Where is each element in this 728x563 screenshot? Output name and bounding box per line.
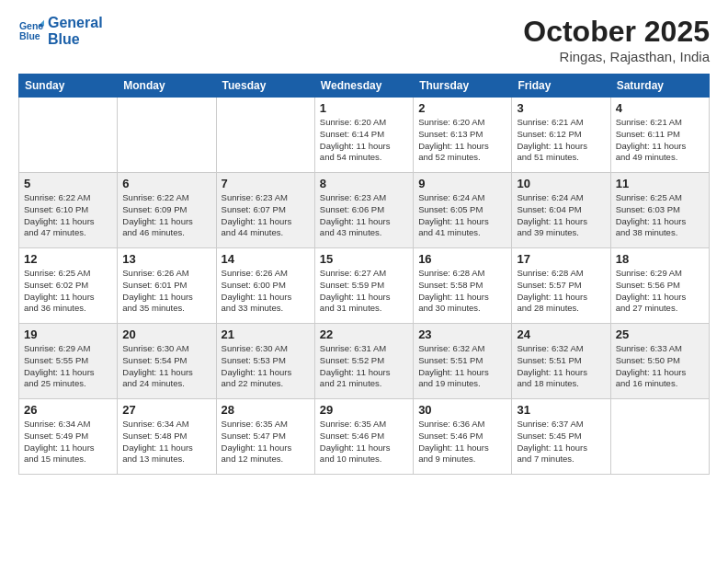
col-header-monday: Monday	[118, 75, 216, 98]
calendar-page: General Blue General Blue October 2025 R…	[0, 0, 728, 563]
calendar-day-12: 12Sunrise: 6:25 AM Sunset: 6:02 PM Dayli…	[19, 248, 118, 324]
day-number: 16	[418, 252, 506, 266]
day-number: 4	[616, 101, 704, 115]
day-info: Sunrise: 6:27 AM Sunset: 5:59 PM Dayligh…	[320, 268, 408, 315]
day-info: Sunrise: 6:35 AM Sunset: 5:47 PM Dayligh…	[222, 419, 310, 465]
calendar-empty	[610, 399, 709, 475]
month-title: October 2025	[523, 15, 710, 49]
day-number: 11	[616, 177, 704, 190]
day-info: Sunrise: 6:24 AM Sunset: 6:05 PM Dayligh…	[418, 192, 506, 239]
col-header-wednesday: Wednesday	[314, 75, 413, 98]
day-info: Sunrise: 6:26 AM Sunset: 6:01 PM Dayligh…	[122, 268, 210, 315]
day-number: 3	[517, 101, 605, 115]
day-info: Sunrise: 6:22 AM Sunset: 6:10 PM Dayligh…	[24, 192, 112, 239]
calendar-week-row: 19Sunrise: 6:29 AM Sunset: 5:55 PM Dayli…	[19, 324, 710, 399]
day-number: 13	[122, 252, 210, 266]
calendar-day-19: 19Sunrise: 6:29 AM Sunset: 5:55 PM Dayli…	[19, 324, 118, 399]
calendar-day-31: 31Sunrise: 6:37 AM Sunset: 5:45 PM Dayli…	[512, 399, 610, 475]
day-info: Sunrise: 6:34 AM Sunset: 5:49 PM Dayligh…	[24, 419, 112, 465]
calendar-day-22: 22Sunrise: 6:31 AM Sunset: 5:52 PM Dayli…	[314, 324, 413, 399]
calendar-week-row: 1Sunrise: 6:20 AM Sunset: 6:14 PM Daylig…	[19, 98, 710, 173]
calendar-day-26: 26Sunrise: 6:34 AM Sunset: 5:49 PM Dayli…	[19, 399, 118, 475]
day-number: 15	[320, 252, 408, 266]
day-info: Sunrise: 6:20 AM Sunset: 6:14 PM Dayligh…	[320, 117, 408, 164]
calendar-day-27: 27Sunrise: 6:34 AM Sunset: 5:48 PM Dayli…	[118, 399, 216, 475]
day-number: 6	[122, 177, 210, 190]
calendar-day-30: 30Sunrise: 6:36 AM Sunset: 5:46 PM Dayli…	[414, 399, 512, 475]
day-info: Sunrise: 6:29 AM Sunset: 5:55 PM Dayligh…	[24, 343, 112, 390]
svg-text:Blue: Blue	[19, 29, 40, 40]
day-info: Sunrise: 6:25 AM Sunset: 6:02 PM Dayligh…	[24, 268, 112, 315]
calendar-day-4: 4Sunrise: 6:21 AM Sunset: 6:11 PM Daylig…	[610, 98, 709, 173]
day-info: Sunrise: 6:23 AM Sunset: 6:07 PM Dayligh…	[222, 192, 310, 239]
calendar-day-17: 17Sunrise: 6:28 AM Sunset: 5:57 PM Dayli…	[512, 248, 610, 324]
title-block: October 2025 Ringas, Rajasthan, India	[523, 15, 710, 64]
calendar-day-9: 9Sunrise: 6:24 AM Sunset: 6:05 PM Daylig…	[414, 173, 512, 248]
day-number: 29	[320, 403, 408, 417]
day-number: 21	[222, 327, 310, 341]
day-info: Sunrise: 6:24 AM Sunset: 6:04 PM Dayligh…	[517, 192, 605, 239]
day-info: Sunrise: 6:30 AM Sunset: 5:54 PM Dayligh…	[122, 343, 210, 390]
day-number: 20	[122, 327, 210, 341]
day-number: 24	[517, 327, 605, 341]
day-info: Sunrise: 6:32 AM Sunset: 5:51 PM Dayligh…	[418, 343, 506, 390]
calendar-day-16: 16Sunrise: 6:28 AM Sunset: 5:58 PM Dayli…	[414, 248, 512, 324]
calendar-day-13: 13Sunrise: 6:26 AM Sunset: 6:01 PM Dayli…	[118, 248, 216, 324]
day-info: Sunrise: 6:23 AM Sunset: 6:06 PM Dayligh…	[320, 192, 408, 239]
day-info: Sunrise: 6:31 AM Sunset: 5:52 PM Dayligh…	[320, 343, 408, 390]
day-number: 31	[517, 403, 605, 417]
day-number: 8	[320, 177, 408, 190]
day-info: Sunrise: 6:21 AM Sunset: 6:12 PM Dayligh…	[517, 117, 605, 164]
day-number: 26	[24, 403, 112, 417]
day-info: Sunrise: 6:28 AM Sunset: 5:57 PM Dayligh…	[517, 268, 605, 315]
calendar-day-24: 24Sunrise: 6:32 AM Sunset: 5:51 PM Dayli…	[512, 324, 610, 399]
calendar-day-6: 6Sunrise: 6:22 AM Sunset: 6:09 PM Daylig…	[118, 173, 216, 248]
day-info: Sunrise: 6:35 AM Sunset: 5:46 PM Dayligh…	[320, 419, 408, 465]
calendar-day-18: 18Sunrise: 6:29 AM Sunset: 5:56 PM Dayli…	[610, 248, 709, 324]
calendar-day-7: 7Sunrise: 6:23 AM Sunset: 6:07 PM Daylig…	[216, 173, 314, 248]
day-number: 19	[24, 327, 112, 341]
day-number: 17	[517, 252, 605, 266]
logo-icon: General Blue	[18, 18, 44, 44]
calendar-day-21: 21Sunrise: 6:30 AM Sunset: 5:53 PM Dayli…	[216, 324, 314, 399]
calendar-week-row: 12Sunrise: 6:25 AM Sunset: 6:02 PM Dayli…	[19, 248, 710, 324]
col-header-friday: Friday	[512, 75, 610, 98]
day-info: Sunrise: 6:22 AM Sunset: 6:09 PM Dayligh…	[122, 192, 210, 239]
day-info: Sunrise: 6:20 AM Sunset: 6:13 PM Dayligh…	[418, 117, 506, 164]
calendar-day-15: 15Sunrise: 6:27 AM Sunset: 5:59 PM Dayli…	[314, 248, 413, 324]
col-header-tuesday: Tuesday	[216, 75, 314, 98]
header: General Blue General Blue October 2025 R…	[18, 15, 710, 64]
calendar-day-25: 25Sunrise: 6:33 AM Sunset: 5:50 PM Dayli…	[610, 324, 709, 399]
day-info: Sunrise: 6:26 AM Sunset: 6:00 PM Dayligh…	[222, 268, 310, 315]
logo: General Blue General Blue	[18, 15, 103, 47]
day-number: 12	[24, 252, 112, 266]
calendar-day-20: 20Sunrise: 6:30 AM Sunset: 5:54 PM Dayli…	[118, 324, 216, 399]
day-info: Sunrise: 6:33 AM Sunset: 5:50 PM Dayligh…	[616, 343, 704, 390]
logo-blue: Blue	[48, 31, 103, 48]
logo-general: General	[48, 15, 103, 31]
calendar-day-28: 28Sunrise: 6:35 AM Sunset: 5:47 PM Dayli…	[216, 399, 314, 475]
col-header-sunday: Sunday	[19, 75, 118, 98]
day-number: 9	[418, 177, 506, 190]
calendar-header-row: SundayMondayTuesdayWednesdayThursdayFrid…	[19, 75, 710, 98]
day-number: 30	[418, 403, 506, 417]
calendar-week-row: 5Sunrise: 6:22 AM Sunset: 6:10 PM Daylig…	[19, 173, 710, 248]
calendar-day-23: 23Sunrise: 6:32 AM Sunset: 5:51 PM Dayli…	[414, 324, 512, 399]
calendar-day-11: 11Sunrise: 6:25 AM Sunset: 6:03 PM Dayli…	[610, 173, 709, 248]
location-subtitle: Ringas, Rajasthan, India	[523, 49, 710, 64]
day-info: Sunrise: 6:29 AM Sunset: 5:56 PM Dayligh…	[616, 268, 704, 315]
day-number: 25	[616, 327, 704, 341]
calendar-day-1: 1Sunrise: 6:20 AM Sunset: 6:14 PM Daylig…	[314, 98, 413, 173]
day-info: Sunrise: 6:25 AM Sunset: 6:03 PM Dayligh…	[616, 192, 704, 239]
calendar-empty	[118, 98, 216, 173]
calendar-day-3: 3Sunrise: 6:21 AM Sunset: 6:12 PM Daylig…	[512, 98, 610, 173]
day-number: 2	[418, 101, 506, 115]
day-number: 28	[222, 403, 310, 417]
calendar-day-14: 14Sunrise: 6:26 AM Sunset: 6:00 PM Dayli…	[216, 248, 314, 324]
day-number: 1	[320, 101, 408, 115]
day-info: Sunrise: 6:34 AM Sunset: 5:48 PM Dayligh…	[122, 419, 210, 465]
calendar-empty	[216, 98, 314, 173]
calendar-day-5: 5Sunrise: 6:22 AM Sunset: 6:10 PM Daylig…	[19, 173, 118, 248]
col-header-thursday: Thursday	[414, 75, 512, 98]
calendar-empty	[19, 98, 118, 173]
